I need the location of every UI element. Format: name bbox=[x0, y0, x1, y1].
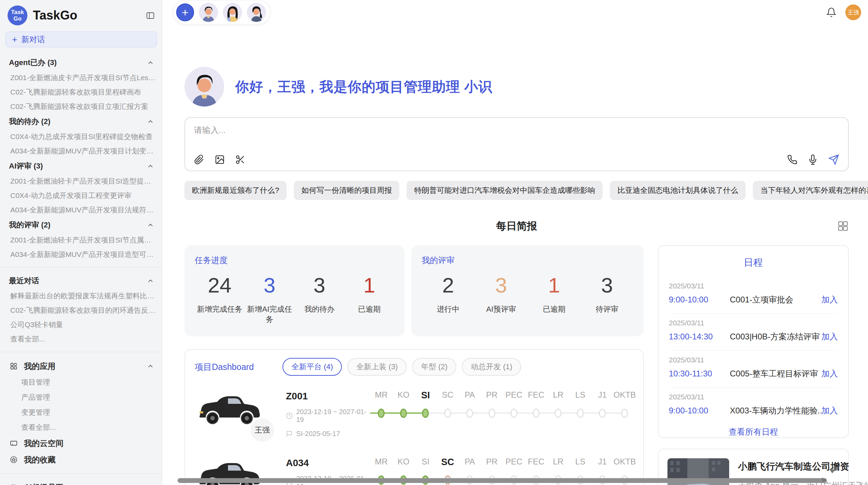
scroll-right-arrow[interactable] bbox=[822, 477, 827, 483]
main-content: 你好，王强，我是你的项目管理助理 小识 bbox=[162, 67, 868, 485]
dashboard-title: 项目Dashboard bbox=[195, 361, 254, 373]
suggestion-chip[interactable]: 特朗普可能对进口汽车增税会对中国车企造成哪些影响 bbox=[407, 181, 603, 200]
project-dashboard-card: 项目Dashboard 全新平台 (4) 全新上装 (3) 年型 (2) 动总开… bbox=[184, 349, 644, 485]
sidebar-item[interactable]: Z001-全新燃油轻卡产品开发项目SI造型提交物评审 bbox=[0, 174, 162, 188]
daily-brief-header: 每日简报 bbox=[184, 219, 849, 234]
sidebar-item[interactable]: C02-飞腾新能源轻客改款项目立项汇报方案 bbox=[0, 99, 162, 114]
milestone-dot-future bbox=[555, 409, 562, 418]
join-link[interactable]: 加入 bbox=[821, 294, 838, 305]
send-icon[interactable] bbox=[828, 154, 839, 165]
clock-icon bbox=[286, 412, 293, 419]
greeting-block: 你好，王强，我是你的项目管理助理 小识 bbox=[184, 67, 849, 107]
tab-new-platform[interactable]: 全新平台 (4) bbox=[282, 358, 342, 376]
section-my-todo[interactable]: 我的待办 (2) bbox=[0, 114, 162, 129]
chevron-up-icon[interactable] bbox=[147, 277, 154, 285]
sidebar-item[interactable]: C0X4-动力总成开发项目SI里程碑提交物检查 bbox=[0, 129, 162, 144]
avatar[interactable] bbox=[223, 3, 242, 22]
recent-chat-item[interactable]: 公司Q3轻卡销量 bbox=[0, 318, 162, 332]
sidebar-item[interactable]: C0X4-动力总成开发项目工程变更评审 bbox=[0, 188, 162, 203]
microphone-icon[interactable] bbox=[808, 154, 818, 165]
chevron-up-icon[interactable] bbox=[147, 221, 154, 229]
milestone-dot-done bbox=[400, 409, 407, 418]
suggestion-chip[interactable]: 如何写一份清晰的项目周报 bbox=[294, 181, 399, 200]
milestone-dot-future bbox=[466, 409, 473, 418]
section-my-review[interactable]: 我的评审 (2) bbox=[0, 217, 162, 233]
app-item-change-mgmt[interactable]: 变更管理 bbox=[0, 405, 162, 420]
app-item-project-mgmt[interactable]: 项目管理 bbox=[0, 375, 162, 390]
tab-new-upfit[interactable]: 全新上装 (3) bbox=[347, 358, 407, 376]
schedule-name: C003|H0B-方案冻结评审 bbox=[730, 331, 821, 342]
ai-staff-label: AI超级员工 bbox=[24, 482, 63, 485]
section-title: 我的待办 (2) bbox=[9, 116, 50, 127]
milestone-dot-future bbox=[510, 409, 517, 418]
image-upload-icon[interactable] bbox=[215, 154, 225, 165]
sidebar-item[interactable]: A034-全新新能源MUV产品开发项目造型可行性评审 bbox=[0, 247, 162, 262]
join-link[interactable]: 加入 bbox=[821, 331, 838, 342]
stat-in-progress: 2 进行中 bbox=[422, 275, 475, 314]
suggestion-chip[interactable]: 比亚迪全固态电池计划具体说了什么 bbox=[610, 181, 746, 200]
logo-text-bottom: Go bbox=[13, 15, 22, 22]
schedule-entry: 2025/03/11 9:00-10:00 X003-车辆动力学性能验... 加… bbox=[669, 388, 838, 424]
schedule-name: X003-车辆动力学性能验... bbox=[730, 405, 821, 416]
assistant-avatar bbox=[184, 67, 224, 107]
horizontal-scrollbar-thumb[interactable] bbox=[178, 478, 827, 483]
voice-call-phone-icon[interactable] bbox=[787, 154, 797, 165]
user-avatar[interactable]: 王强 bbox=[845, 4, 861, 20]
project-code: A034 bbox=[286, 458, 368, 469]
chevron-up-icon[interactable] bbox=[147, 362, 154, 370]
suggestion-chip[interactable]: 当下年轻人对汽车外观有怎样的喜好趋势 bbox=[753, 181, 868, 200]
avatar[interactable] bbox=[199, 3, 218, 22]
sidebar-item[interactable]: Z001-全新燃油皮卡产品开发项目SI节点Lesson Learn报告 bbox=[0, 71, 162, 85]
milestone-dot-future bbox=[489, 409, 495, 418]
avatar[interactable] bbox=[247, 3, 266, 22]
sidebar-item[interactable]: Z001-全新燃油轻卡产品开发项目SI节点属性5D文件评审 bbox=[0, 233, 162, 247]
view-all-schedule-link[interactable]: 查看所有日程 bbox=[669, 424, 838, 438]
project-row[interactable]: 王强 Z001 2023-12-19 ~ 2027-01-19 SI-2025-… bbox=[195, 390, 634, 438]
layout-grid-icon[interactable] bbox=[837, 220, 849, 232]
apps-view-all[interactable]: 查看全部... bbox=[0, 420, 162, 435]
tab-model-year[interactable]: 年型 (2) bbox=[412, 358, 456, 376]
app-item-product-mgmt[interactable]: 产品管理 bbox=[0, 390, 162, 405]
favorites-icon bbox=[10, 456, 18, 464]
attach-paperclip-icon[interactable] bbox=[194, 154, 204, 165]
join-link[interactable]: 加入 bbox=[821, 368, 838, 379]
apps-grid-icon bbox=[10, 362, 18, 370]
section-agent-done[interactable]: Agent已办 (3) bbox=[0, 55, 162, 71]
my-reviews-title: 我的评审 bbox=[422, 255, 634, 266]
new-chat-button[interactable]: + 新对话 bbox=[5, 32, 157, 47]
favorites-label: 我的收藏 bbox=[24, 455, 56, 465]
project-owner-badge: 王强 bbox=[249, 417, 276, 444]
sidebar-item[interactable]: A034-全新新能源MUV产品开发项目计划变更类编写 bbox=[0, 144, 162, 158]
task-progress-card: 任务进度 24 新增完成任务 3 新增AI完成任务 3 bbox=[184, 245, 405, 336]
app-title: TaskGo bbox=[33, 8, 146, 23]
section-title: 我的评审 (2) bbox=[9, 220, 50, 230]
sidebar-item-ai-staff[interactable]: AI超级员工 bbox=[0, 479, 162, 485]
sidebar-item-favorites[interactable]: 我的收藏 bbox=[0, 451, 162, 468]
sidebar-item-cloud-space[interactable]: 我的云空间 bbox=[0, 435, 162, 451]
sidebar-item-my-apps[interactable]: 我的应用 bbox=[0, 358, 162, 375]
notifications-bell-icon[interactable] bbox=[826, 7, 836, 17]
scroll-down-arrow[interactable] bbox=[829, 469, 835, 473]
section-ai-review[interactable]: AI评审 (3) bbox=[0, 158, 162, 174]
app-logo: Task Go bbox=[8, 5, 27, 25]
join-link[interactable]: 加入 bbox=[821, 405, 838, 416]
suggestion-chip[interactable]: 欧洲新规最近颁布了什么? bbox=[184, 181, 287, 200]
section-recent-chats[interactable]: 最近对话 bbox=[0, 273, 162, 289]
recent-chats-view-all[interactable]: 查看全部... bbox=[0, 332, 162, 346]
schedule-date: 2025/03/11 bbox=[669, 356, 838, 364]
recent-chat-item[interactable]: C02-飞腾新能源轻客改款项目的闭环通告反馈情况 bbox=[0, 303, 162, 318]
chevron-up-icon[interactable] bbox=[147, 162, 154, 170]
chevron-up-icon[interactable] bbox=[147, 59, 154, 66]
recent-chat-item[interactable]: 解释最新出台的欧盟报废车法规再生塑料比例被调至15%... bbox=[0, 289, 162, 303]
chevron-up-icon[interactable] bbox=[147, 118, 154, 125]
project-vehicle-image: 王强 bbox=[195, 390, 263, 431]
scissors-icon[interactable] bbox=[235, 154, 245, 165]
schedule-time: 9:00-10:00 bbox=[669, 295, 730, 304]
sidebar-item[interactable]: A034-全新新能源MUV产品开发项目法规符合性评审 bbox=[0, 203, 162, 217]
collapse-sidebar-icon[interactable] bbox=[146, 11, 155, 20]
sidebar-item[interactable]: C02-飞腾新能源轻客改款项目里程碑画布 bbox=[0, 85, 162, 99]
tab-powertrain[interactable]: 动总开发 (1) bbox=[462, 358, 521, 376]
ai-staff-people-icon bbox=[10, 483, 18, 485]
add-member-button[interactable]: + bbox=[176, 3, 194, 21]
message-input[interactable] bbox=[194, 125, 839, 154]
